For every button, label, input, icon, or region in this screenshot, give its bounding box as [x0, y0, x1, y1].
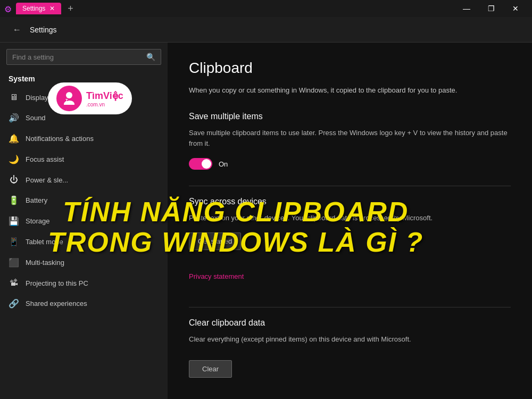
title-bar: ⚙ Settings ✕ + — ❐ ✕ — [0, 0, 532, 17]
save-multiple-toggle[interactable] — [189, 158, 212, 170]
tab-label: Settings — [22, 5, 45, 12]
minimize-button[interactable]: — — [454, 0, 479, 17]
privacy-statement-link[interactable]: Privacy statement — [189, 272, 244, 280]
clear-section: Clear clipboard data Clear everything (e… — [189, 318, 511, 378]
sidebar-item-battery-label: Battery — [26, 196, 47, 204]
storage-icon: 💾 — [9, 216, 19, 226]
sound-icon: 🔊 — [9, 113, 19, 123]
sidebar-item-projecting-label: Projecting to this PC — [26, 279, 88, 287]
notifications-icon: 🔔 — [9, 134, 19, 144]
sidebar-item-multitasking-label: Multi-tasking — [26, 259, 64, 267]
sidebar-item-storage-label: Storage — [26, 217, 50, 225]
toggle-on-label: On — [219, 160, 228, 168]
logo-text: TìmViệc .com.vn — [86, 90, 123, 107]
display-icon: 🖥 — [9, 93, 19, 102]
tab-close-button[interactable]: ✕ — [49, 5, 55, 12]
logo-icon: T — [61, 90, 78, 107]
logo-overlay: T TìmViệc .com.vn — [48, 82, 132, 114]
sidebar-item-display-label: Display — [26, 94, 48, 102]
save-multiple-desc: Save multiple clipboard items to use lat… — [189, 128, 511, 150]
watermark: TÍNH NĂNG CLIPBOARD TRONG WINDOWS LÀ GÌ … — [48, 197, 423, 257]
watermark-line2: TRONG WINDOWS LÀ GÌ ? — [48, 227, 423, 257]
sidebar-item-shared-label: Shared experiences — [26, 300, 87, 307]
watermark-line1: TÍNH NĂNG CLIPBOARD — [48, 197, 423, 227]
maximize-button[interactable]: ❐ — [479, 0, 503, 17]
sidebar-item-power[interactable]: ⏻ Power & sle... — [0, 170, 168, 190]
close-window-button[interactable]: ✕ — [503, 0, 528, 17]
sidebar-item-notifications[interactable]: 🔔 Notifications & actions — [0, 128, 168, 149]
toggle-row: On — [189, 158, 511, 170]
header-title: Settings — [30, 26, 57, 34]
divider-1 — [189, 186, 511, 186]
sidebar-item-notifications-label: Notifications & actions — [26, 135, 94, 143]
sidebar-item-focus-label: Focus assist — [26, 155, 64, 163]
multitasking-icon: ⬛ — [9, 257, 19, 268]
tab-bar: Settings ✕ + — [16, 3, 454, 14]
battery-icon: 🔋 — [9, 195, 19, 205]
sidebar-item-sound-label: Sound — [26, 114, 46, 122]
sidebar-item-focus[interactable]: 🌙 Focus assist — [0, 149, 168, 170]
power-icon: ⏻ — [9, 175, 19, 185]
clear-title: Clear clipboard data — [189, 318, 511, 328]
logo-brand-bottom: .com.vn — [86, 102, 123, 107]
back-button[interactable]: ← — [9, 21, 26, 38]
save-multiple-title: Save multiple items — [189, 112, 511, 121]
svg-text:T: T — [65, 98, 68, 103]
clear-desc: Clear everything (except pinned items) o… — [189, 334, 511, 345]
settings-tab[interactable]: Settings ✕ — [16, 3, 61, 14]
sidebar-item-projecting[interactable]: 📽 Projecting to this PC — [0, 273, 168, 293]
window-controls: — ❐ ✕ — [454, 0, 528, 17]
clear-button[interactable]: Clear — [189, 360, 232, 378]
page-description: When you copy or cut something in Window… — [189, 85, 511, 96]
sidebar-item-power-label: Power & sle... — [26, 176, 68, 184]
search-box[interactable]: 🔍 — [6, 49, 161, 65]
save-multiple-section: Save multiple items Save multiple clipbo… — [189, 112, 511, 170]
gear-icon: ⚙ — [4, 4, 13, 13]
shared-icon: 🔗 — [9, 298, 19, 309]
search-input[interactable] — [12, 53, 146, 61]
settings-header: ← Settings — [0, 17, 532, 43]
search-icon: 🔍 — [146, 53, 155, 61]
divider-2 — [189, 307, 511, 307]
focus-icon: 🌙 — [9, 154, 19, 164]
logo-circle: T — [56, 86, 82, 111]
sidebar-item-shared[interactable]: 🔗 Shared experiences — [0, 293, 168, 314]
projecting-icon: 📽 — [9, 278, 19, 288]
new-tab-button[interactable]: + — [63, 3, 78, 14]
page-title: Clipboard — [189, 60, 511, 77]
logo-brand-top: TìmViệc — [86, 90, 123, 102]
tablet-icon: 📱 — [9, 237, 19, 247]
